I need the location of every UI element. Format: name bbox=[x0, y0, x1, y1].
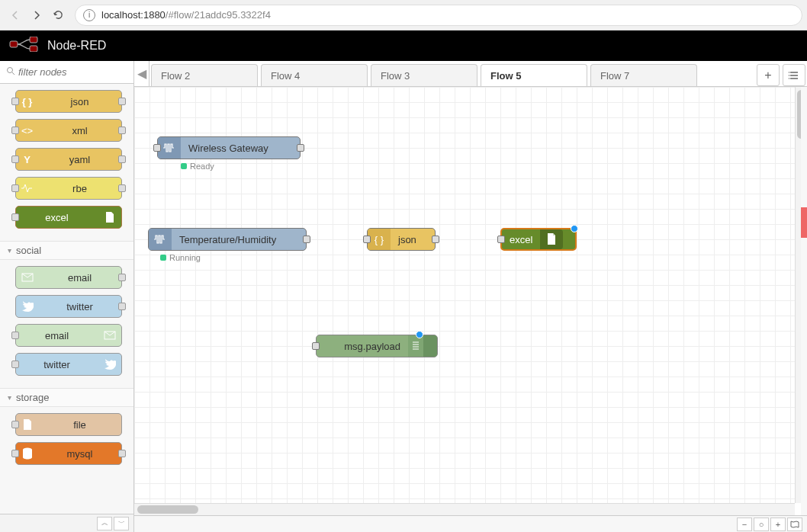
filter-nodes-input[interactable] bbox=[18, 66, 147, 78]
port[interactable] bbox=[118, 303, 126, 310]
workspace-footer: − ○ + bbox=[134, 515, 807, 532]
flow-canvas[interactable]: Wireless Gateway Ready Temperature/Humid… bbox=[134, 87, 795, 503]
node-status: Running bbox=[160, 253, 201, 262]
category-social[interactable]: ▾ social bbox=[0, 241, 133, 260]
node-output-port[interactable] bbox=[432, 236, 439, 243]
info-icon: i bbox=[83, 9, 95, 21]
palette-node-json[interactable]: { }json bbox=[15, 90, 122, 113]
bird-icon bbox=[16, 296, 39, 317]
node-excel[interactable]: excel bbox=[500, 228, 577, 251]
node-input-port[interactable] bbox=[153, 144, 161, 152]
palette-node-mysql[interactable]: mysql bbox=[15, 442, 122, 465]
reload-button[interactable] bbox=[47, 5, 69, 26]
node-temperature-humidity[interactable]: Temperature/Humidity Running bbox=[148, 228, 307, 251]
port[interactable] bbox=[118, 155, 126, 163]
forward-button[interactable] bbox=[26, 5, 47, 26]
node-input-port[interactable] bbox=[312, 342, 320, 350]
palette-node-xml[interactable]: <>xml bbox=[15, 119, 122, 142]
port[interactable] bbox=[118, 184, 126, 192]
svg-point-3 bbox=[8, 68, 13, 73]
tab-flow-7[interactable]: Flow 7 bbox=[590, 64, 697, 86]
horizontal-scrollbar[interactable] bbox=[134, 503, 795, 515]
port[interactable] bbox=[118, 274, 126, 281]
port[interactable] bbox=[11, 421, 19, 428]
palette-node-yaml[interactable]: Yyaml bbox=[15, 148, 122, 171]
zoom-reset-button[interactable]: ○ bbox=[754, 518, 769, 531]
palette-node-email[interactable]: email bbox=[15, 266, 122, 289]
node-debug[interactable]: msg.payload bbox=[316, 335, 438, 357]
port[interactable] bbox=[11, 98, 19, 105]
port[interactable] bbox=[118, 450, 126, 457]
search-icon bbox=[6, 66, 15, 78]
tab-list-button[interactable] bbox=[783, 64, 805, 86]
pulse-icon bbox=[16, 178, 39, 199]
palette-expand-button[interactable]: ﹀ bbox=[114, 517, 129, 530]
debug-toggle[interactable] bbox=[423, 335, 437, 357]
port[interactable] bbox=[11, 332, 19, 339]
zoom-out-button[interactable]: − bbox=[737, 518, 752, 531]
node-output-port[interactable] bbox=[303, 236, 310, 243]
port[interactable] bbox=[11, 450, 19, 457]
svg-rect-2 bbox=[30, 46, 37, 52]
palette-collapse-button[interactable]: ︿ bbox=[97, 517, 112, 530]
palette-node-twitter[interactable]: twitter bbox=[15, 353, 122, 376]
db-icon bbox=[16, 443, 39, 464]
file-icon bbox=[540, 229, 563, 249]
zoom-in-button[interactable]: + bbox=[770, 518, 786, 531]
app-header: Node-RED bbox=[0, 30, 807, 61]
svg-rect-0 bbox=[10, 41, 18, 47]
serial-icon bbox=[158, 137, 181, 159]
port[interactable] bbox=[11, 155, 19, 163]
svg-point-9 bbox=[789, 78, 789, 79]
port[interactable] bbox=[118, 98, 126, 105]
port[interactable] bbox=[11, 213, 19, 221]
node-output-port[interactable] bbox=[297, 144, 304, 152]
filter-row bbox=[0, 61, 133, 84]
chevron-down-icon: ▾ bbox=[8, 393, 11, 402]
add-tab-button[interactable]: + bbox=[757, 64, 780, 86]
tab-flow-4[interactable]: Flow 4 bbox=[261, 64, 368, 86]
navigator-button[interactable] bbox=[787, 518, 802, 531]
braces-icon: { } bbox=[16, 91, 39, 112]
sidebar-footer: ︿ ﹀ bbox=[0, 514, 133, 532]
node-changed-dot bbox=[416, 331, 423, 338]
palette-node-file[interactable]: file bbox=[15, 413, 122, 436]
file-icon bbox=[16, 414, 39, 435]
node-input-port[interactable] bbox=[363, 236, 371, 243]
tab-flow-2[interactable]: Flow 2 bbox=[151, 64, 258, 86]
browser-toolbar: i localhost:1880 /#flow/21addc95.3322f4 bbox=[0, 0, 807, 30]
deploy-indicator bbox=[801, 207, 807, 238]
address-bar[interactable]: i localhost:1880 /#flow/21addc95.3322f4 bbox=[75, 5, 802, 26]
node-status: Ready bbox=[181, 162, 214, 171]
palette-sidebar: { }json<>xmlYyamlrbeexcel ▾ social email… bbox=[0, 61, 134, 532]
palette-node-rbe[interactable]: rbe bbox=[15, 177, 122, 200]
back-button[interactable] bbox=[5, 5, 26, 26]
palette-node-excel[interactable]: excel bbox=[15, 206, 122, 229]
node-changed-dot bbox=[571, 225, 578, 232]
port[interactable] bbox=[11, 184, 19, 192]
chevron-down-icon: ▾ bbox=[8, 246, 11, 255]
palette-node-email[interactable]: email bbox=[15, 324, 122, 347]
braces-icon: { } bbox=[368, 229, 391, 250]
category-storage[interactable]: ▾ storage bbox=[0, 388, 133, 407]
port[interactable] bbox=[11, 361, 19, 368]
svg-rect-1 bbox=[30, 37, 37, 43]
mail-icon bbox=[16, 267, 39, 288]
file-icon bbox=[98, 207, 121, 228]
url-host: localhost:1880 bbox=[101, 9, 166, 21]
list-icon bbox=[789, 71, 799, 80]
node-input-port[interactable] bbox=[497, 236, 505, 243]
map-icon bbox=[790, 521, 799, 528]
port[interactable] bbox=[11, 127, 19, 134]
tab-flow-5[interactable]: Flow 5 bbox=[481, 64, 587, 86]
port[interactable] bbox=[118, 127, 126, 134]
node-json[interactable]: { } json bbox=[367, 228, 436, 251]
node-wireless-gateway[interactable]: Wireless Gateway Ready bbox=[157, 136, 301, 159]
bird-icon bbox=[98, 354, 121, 375]
tabs-scroll-left[interactable]: ◀ bbox=[134, 61, 150, 86]
tab-flow-3[interactable]: Flow 3 bbox=[371, 64, 477, 86]
workspace: ◀ Flow 2Flow 4Flow 3Flow 5Flow 7 + bbox=[134, 61, 807, 532]
palette-node-twitter[interactable]: twitter bbox=[15, 295, 122, 318]
tag-icon: <> bbox=[16, 120, 39, 141]
node-red-logo-icon bbox=[9, 37, 40, 55]
